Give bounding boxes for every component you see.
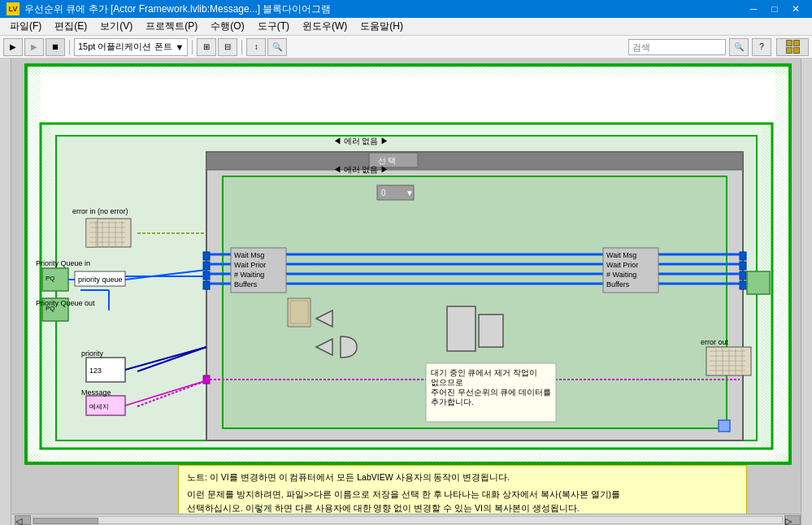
svg-text:# Waiting: # Waiting — [606, 271, 636, 279]
svg-rect-5 — [41, 124, 772, 449]
left-scrollbar[interactable] — [0, 59, 11, 525]
svg-rect-9 — [206, 152, 743, 440]
svg-text:Buffers: Buffers — [606, 280, 630, 289]
menu-operate[interactable]: 수행(O) — [204, 18, 250, 35]
svg-rect-40 — [479, 315, 503, 347]
svg-rect-10 — [206, 152, 743, 170]
help-button[interactable]: ? — [752, 38, 771, 56]
font-label: 15pt 어플리케이션 폰트 — [78, 41, 172, 53]
horizontal-scrollbar[interactable]: ◁ ▷ — [11, 514, 801, 525]
menu-edit[interactable]: 편집(E) — [48, 18, 93, 35]
svg-rect-0 — [26, 65, 790, 463]
toolbar: ▶ ▶ ⏹ 15pt 어플리케이션 폰트 ▼ ⊞ ⊟ ↕ 🔍 🔍 ? — [0, 36, 812, 59]
scroll-left-btn[interactable]: ◁ — [15, 515, 31, 525]
svg-text:대기 중인 큐에서 제거 작업이: 대기 중인 큐에서 제거 작업이 — [431, 368, 537, 377]
svg-text:◀ 에러 없음 ▶: ◀ 에러 없음 ▶ — [333, 165, 389, 174]
font-dropdown[interactable]: 15pt 어플리케이션 폰트 ▼ — [74, 38, 188, 56]
message-label: Message — [81, 388, 111, 397]
svg-rect-7 — [761, 124, 772, 449]
toolbar-separator-1 — [69, 40, 70, 54]
svg-rect-12 — [369, 153, 418, 167]
svg-rect-4 — [26, 453, 790, 463]
context-panel — [776, 38, 809, 56]
titlebar: LV 우선순위 큐에 추가 [Actor Framework.lvlib:Mes… — [0, 0, 812, 18]
scroll-track[interactable] — [33, 516, 783, 524]
svg-rect-22 — [740, 281, 746, 289]
svg-rect-58 — [42, 268, 68, 291]
menu-file[interactable]: 파일(F) — [3, 18, 48, 35]
svg-line-32 — [137, 347, 206, 371]
panel-cell-1 — [786, 40, 792, 46]
panel-cell-3 — [786, 47, 792, 54]
maximize-button[interactable]: □ — [765, 0, 784, 18]
error-out-label: error out — [701, 338, 728, 346]
right-scrollbar[interactable] — [801, 59, 812, 525]
distribute-button[interactable]: ⊟ — [218, 38, 237, 56]
menu-project[interactable]: 프로젝트(P) — [139, 18, 204, 35]
svg-rect-102 — [290, 301, 308, 323]
close-button[interactable]: ✕ — [786, 0, 805, 18]
search-button[interactable]: 🔍 — [729, 38, 749, 56]
error-in-label: error in (no error) — [72, 207, 128, 215]
svg-text:추가합니다.: 추가합니다. — [431, 397, 474, 406]
run-broken-button[interactable]: ▶ — [24, 38, 44, 56]
menu-window[interactable]: 윈도우(W) — [296, 18, 354, 35]
svg-rect-89 — [603, 248, 658, 293]
minimize-button[interactable]: ─ — [744, 0, 763, 18]
menu-help[interactable]: 도움말(H) — [354, 18, 410, 35]
svg-text:Buffers: Buffers — [234, 280, 258, 289]
svg-text:0: 0 — [381, 189, 386, 197]
svg-rect-41 — [426, 363, 556, 422]
font-dropdown-arrow: ▼ — [176, 42, 185, 52]
svg-text:123: 123 — [89, 367, 102, 375]
scroll-thumb[interactable] — [33, 518, 98, 524]
align-button[interactable]: ⊞ — [197, 38, 216, 56]
svg-text:Wait Prior: Wait Prior — [234, 261, 266, 269]
search2-button[interactable]: 🔍 — [267, 38, 287, 56]
toolbar-separator-3 — [241, 40, 242, 54]
toolbar-separator-2 — [192, 40, 193, 54]
svg-text:Wait Prior: Wait Prior — [606, 261, 638, 269]
svg-rect-72 — [706, 347, 751, 375]
note-line2: 이런 문제를 방지하려면, 파일>>다른 이름으로 저장을 선택 한 후 나타나… — [187, 488, 738, 501]
run-button[interactable]: ▶ — [3, 38, 23, 56]
svg-rect-11 — [223, 176, 727, 428]
svg-rect-46 — [86, 219, 131, 247]
diagram-canvas[interactable]: 선 택 — [11, 59, 801, 514]
svg-text:◀ 에러 없음 ▶: ◀ 에러 없음 ▶ — [333, 137, 389, 145]
svg-rect-101 — [288, 298, 310, 327]
menubar: 파일(F) 편집(E) 보기(V) 프로젝트(P) 수행(O) 도구(T) 윈도… — [0, 18, 812, 36]
svg-rect-84 — [231, 248, 286, 293]
svg-rect-17 — [203, 281, 210, 289]
titlebar-controls[interactable]: ─ □ ✕ — [744, 0, 805, 18]
svg-line-70 — [125, 347, 206, 370]
main-area: 선 택 — [0, 59, 812, 525]
priority-label: priority — [81, 349, 103, 358]
svg-text:메세지: 메세지 — [89, 403, 109, 410]
svg-text:priority queue: priority queue — [78, 276, 123, 284]
reorder-button[interactable]: ↕ — [246, 38, 266, 56]
menu-view[interactable]: 보기(V) — [93, 18, 139, 35]
svg-rect-16 — [203, 271, 210, 280]
svg-rect-6 — [41, 124, 52, 449]
svg-rect-21 — [740, 271, 746, 280]
svg-text:없으므로: 없으므로 — [431, 378, 463, 387]
note-line1: 노트: 이 VI를 변경하면 이 컴퓨터에서 모든 LabVIEW 사용자의 동… — [187, 471, 738, 484]
app-icon: LV — [7, 2, 20, 15]
panel-cell-2 — [793, 40, 800, 46]
svg-rect-47 — [86, 219, 98, 247]
scroll-right-btn[interactable]: ▷ — [784, 515, 801, 525]
diagram-svg: 선 택 — [11, 59, 801, 514]
abort-button[interactable]: ⏹ — [46, 38, 65, 56]
svg-rect-3 — [26, 65, 790, 75]
menu-tools[interactable]: 도구(T) — [251, 18, 296, 35]
search-area: 🔍 ? — [628, 38, 771, 56]
svg-rect-8 — [56, 136, 757, 440]
priority-queue-out-label: Priority Queue out — [36, 299, 95, 307]
svg-rect-20 — [740, 262, 746, 270]
search-input[interactable] — [628, 39, 726, 55]
svg-rect-96 — [377, 185, 414, 200]
window-title: 우선순위 큐에 추가 [Actor Framework.lvlib:Messag… — [24, 2, 331, 16]
svg-line-71 — [125, 380, 210, 406]
svg-rect-64 — [86, 358, 125, 382]
